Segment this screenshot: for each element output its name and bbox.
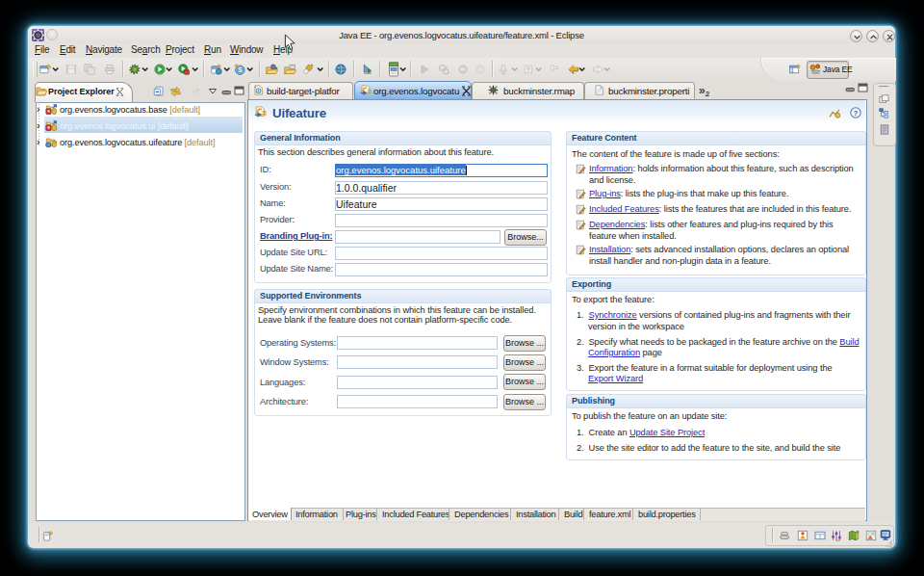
- svg-text:S: S: [238, 66, 243, 74]
- svg-text:?: ?: [854, 109, 859, 118]
